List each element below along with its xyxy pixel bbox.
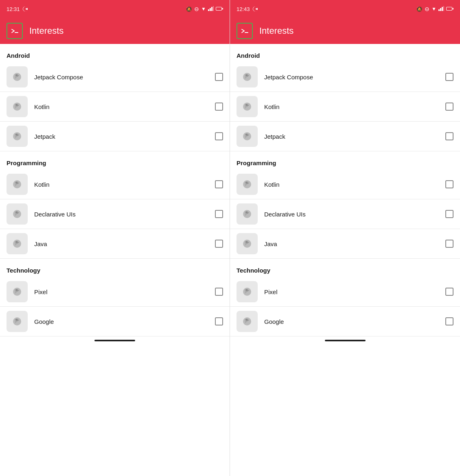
svg-rect-20 bbox=[442, 7, 443, 11]
right-jetpack-label: Jetpack bbox=[264, 133, 439, 140]
right-kotlin-prog-icon bbox=[237, 174, 258, 195]
right-status-bar: 12:43 🔕 ⊖ ▼ bbox=[230, 0, 460, 18]
right-google-item[interactable]: Google bbox=[230, 307, 460, 336]
right-app-bar-title: Interests bbox=[259, 26, 294, 36]
left-kotlin-android-item[interactable]: Kotlin bbox=[0, 92, 230, 122]
right-status-left: 12:43 bbox=[237, 6, 258, 12]
right-battery-icon bbox=[446, 6, 453, 12]
svg-rect-4 bbox=[213, 6, 214, 11]
right-declarative-item[interactable]: Declarative UIs bbox=[230, 199, 460, 229]
left-time: 12:31 bbox=[7, 6, 20, 12]
right-app-icon-box bbox=[237, 23, 253, 39]
left-java-label: Java bbox=[34, 240, 208, 247]
svg-rect-3 bbox=[211, 7, 212, 11]
right-kotlin-android-label: Kotlin bbox=[264, 103, 439, 110]
svg-rect-7 bbox=[216, 7, 221, 10]
right-minus-icon: ⊖ bbox=[425, 6, 429, 12]
right-jetpack-compose-icon bbox=[237, 66, 258, 87]
left-jetpack-item[interactable]: Jetpack bbox=[0, 122, 230, 151]
left-programming-section-header: Programming bbox=[0, 151, 230, 170]
left-technology-section-header: Technology bbox=[0, 259, 230, 277]
left-status-left: 12:31 bbox=[7, 6, 28, 12]
left-status-right: 🔕 ⊖ ▼ bbox=[186, 6, 223, 12]
left-jetpack-compose-item[interactable]: Jetpack Compose bbox=[0, 62, 230, 92]
svg-rect-23 bbox=[453, 8, 454, 9]
left-battery-icon bbox=[216, 6, 223, 12]
right-kotlin-prog-checkbox[interactable] bbox=[445, 180, 453, 188]
right-notification-off-icon: 🔕 bbox=[416, 6, 423, 12]
right-java-checkbox[interactable] bbox=[445, 240, 453, 248]
left-jetpack-icon bbox=[7, 126, 28, 147]
right-app-bar: Interests bbox=[230, 18, 460, 44]
left-kotlin-prog-label: Kotlin bbox=[34, 181, 208, 188]
right-content: Android Jetpack Compose bbox=[230, 44, 460, 476]
svg-rect-2 bbox=[210, 8, 211, 11]
left-kotlin-android-checkbox[interactable] bbox=[215, 103, 223, 111]
svg-rect-6 bbox=[222, 8, 223, 9]
left-minus-icon: ⊖ bbox=[194, 6, 199, 12]
right-jetpack-checkbox[interactable] bbox=[445, 132, 453, 140]
left-google-item[interactable]: Google bbox=[0, 307, 230, 336]
left-phone-panel: 12:31 🔕 ⊖ ▼ bbox=[0, 0, 230, 476]
right-jetpack-compose-checkbox[interactable] bbox=[445, 73, 453, 81]
left-status-bar: 12:31 🔕 ⊖ ▼ bbox=[0, 0, 230, 18]
left-jetpack-compose-label: Jetpack Compose bbox=[34, 74, 208, 81]
right-pixel-item[interactable]: Pixel bbox=[230, 277, 460, 307]
left-google-checkbox[interactable] bbox=[215, 317, 223, 325]
left-java-checkbox[interactable] bbox=[215, 240, 223, 248]
left-pacman-icon bbox=[22, 6, 28, 12]
left-jetpack-compose-checkbox[interactable] bbox=[215, 73, 223, 81]
left-wifi-icon: ▼ bbox=[201, 6, 206, 12]
left-jetpack-checkbox[interactable] bbox=[215, 132, 223, 140]
left-declarative-label: Declarative UIs bbox=[34, 211, 208, 218]
left-kotlin-prog-icon bbox=[7, 174, 28, 195]
right-jetpack-item[interactable]: Jetpack bbox=[230, 122, 460, 151]
right-kotlin-android-item[interactable]: Kotlin bbox=[230, 92, 460, 122]
right-scroll-indicator bbox=[325, 340, 366, 341]
left-content: Android Jetpack Compose bbox=[0, 44, 230, 476]
right-java-item[interactable]: Java bbox=[230, 229, 460, 259]
left-kotlin-prog-item[interactable]: Kotlin bbox=[0, 170, 230, 199]
left-pixel-checkbox[interactable] bbox=[215, 288, 223, 296]
left-google-icon bbox=[7, 311, 28, 332]
left-google-label: Google bbox=[34, 318, 208, 325]
right-pixel-label: Pixel bbox=[264, 288, 439, 295]
right-google-checkbox[interactable] bbox=[445, 317, 453, 325]
right-kotlin-android-checkbox[interactable] bbox=[445, 103, 453, 111]
right-pixel-checkbox[interactable] bbox=[445, 288, 453, 296]
svg-rect-1 bbox=[208, 9, 209, 11]
left-app-bar-title: Interests bbox=[29, 26, 64, 36]
right-google-icon bbox=[237, 311, 258, 332]
left-kotlin-prog-checkbox[interactable] bbox=[215, 180, 223, 188]
right-declarative-label: Declarative UIs bbox=[264, 211, 439, 218]
right-time: 12:43 bbox=[237, 6, 250, 12]
right-phone-panel: 12:43 🔕 ⊖ ▼ bbox=[230, 0, 460, 476]
right-technology-section-header: Technology bbox=[230, 259, 460, 277]
right-status-right: 🔕 ⊖ ▼ bbox=[416, 6, 453, 12]
right-declarative-checkbox[interactable] bbox=[445, 210, 453, 218]
left-jetpack-compose-icon bbox=[7, 66, 28, 87]
left-signal-icon bbox=[208, 6, 214, 12]
left-pixel-item[interactable]: Pixel bbox=[0, 277, 230, 307]
right-jetpack-compose-item[interactable]: Jetpack Compose bbox=[230, 62, 460, 92]
left-declarative-item[interactable]: Declarative UIs bbox=[0, 199, 230, 229]
right-jetpack-compose-label: Jetpack Compose bbox=[264, 74, 439, 81]
left-kotlin-android-label: Kotlin bbox=[34, 103, 208, 110]
right-kotlin-prog-item[interactable]: Kotlin bbox=[230, 170, 460, 199]
svg-rect-24 bbox=[447, 7, 452, 10]
right-signal-icon bbox=[438, 6, 444, 12]
right-java-label: Java bbox=[264, 240, 439, 247]
left-scroll-indicator bbox=[94, 340, 135, 341]
right-jetpack-icon bbox=[237, 126, 258, 147]
svg-rect-18 bbox=[438, 9, 440, 11]
right-java-icon bbox=[237, 233, 258, 254]
left-kotlin-android-icon bbox=[7, 96, 28, 117]
left-declarative-checkbox[interactable] bbox=[215, 210, 223, 218]
svg-rect-19 bbox=[440, 8, 441, 11]
right-programming-section-header: Programming bbox=[230, 151, 460, 170]
left-java-item[interactable]: Java bbox=[0, 229, 230, 259]
left-pixel-icon bbox=[7, 281, 28, 302]
right-android-section-header: Android bbox=[230, 44, 460, 62]
right-kotlin-android-icon bbox=[237, 96, 258, 117]
left-terminal-icon bbox=[10, 26, 19, 35]
